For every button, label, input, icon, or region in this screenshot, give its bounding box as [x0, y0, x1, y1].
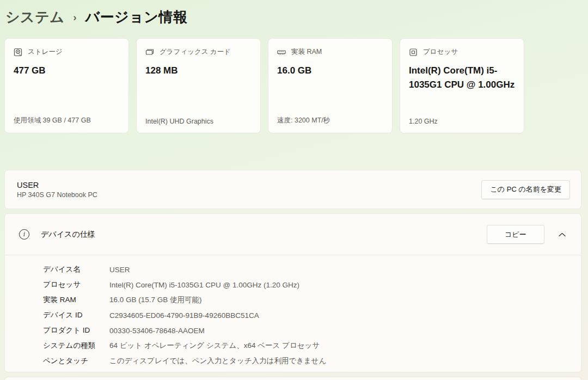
device-model: HP 340S G7 Notebook PC [17, 191, 97, 199]
chevron-right-icon: › [73, 12, 76, 23]
rename-pc-button[interactable]: この PC の名前を変更 [481, 180, 570, 199]
breadcrumb-system[interactable]: システム [5, 8, 64, 27]
graphics-card: グラフィックス カード 128 MB Intel(R) UHD Graphics [136, 38, 261, 133]
device-name-banner: USER HP 340S G7 Notebook PC この PC の名前を変更 [4, 170, 581, 209]
ram-card-value: 16.0 GB [277, 64, 383, 78]
device-specs-header[interactable]: i デバイスの仕様 コピー [5, 214, 581, 255]
spec-row-device-name: デバイス名 USER [43, 262, 570, 277]
processor-card: プロセッサ Intel(R) Core(TM) i5-1035G1 CPU @ … [400, 38, 524, 133]
graphics-card-label: グラフィックス カード [160, 47, 231, 57]
breadcrumb: システム › バージョン情報 [5, 7, 588, 27]
storage-card-footer: 使用領域 39 GB / 477 GB [14, 116, 91, 125]
page-title: バージョン情報 [85, 8, 187, 27]
device-specs-body: デバイス名 USER プロセッサ Intel(R) Core(TM) i5-10… [5, 255, 581, 369]
ram-card-footer: 速度: 3200 MT/秒 [277, 116, 330, 125]
graphics-card-value: 128 MB [145, 64, 252, 78]
ram-card: 実装 RAM 16.0 GB 速度: 3200 MT/秒 [268, 38, 393, 133]
processor-card-value: Intel(R) Core(TM) i5-1035G1 CPU @ 1.00GH… [409, 64, 515, 91]
device-name: USER [17, 181, 97, 189]
copy-button[interactable]: コピー [487, 225, 544, 244]
spec-row-device-id: デバイス ID C2934605-ED06-4790-91B9-49260BBC… [43, 308, 570, 323]
chevron-up-icon[interactable] [559, 232, 566, 237]
storage-card-value: 477 GB [14, 64, 120, 78]
storage-card-label: ストレージ [28, 47, 63, 57]
spec-row-pen-touch: ペンとタッチ このディスプレイでは、ペン入力とタッチ入力は利用できません [43, 353, 570, 369]
storage-card: ストレージ 477 GB 使用領域 39 GB / 477 GB [4, 38, 129, 133]
next-section-edge [4, 377, 581, 380]
gpu-icon [145, 48, 154, 57]
spec-row-product-id: プロダクト ID 00330-53406-78648-AAOEM [43, 323, 570, 338]
graphics-card-footer: Intel(R) UHD Graphics [145, 118, 213, 125]
ram-card-label: 実装 RAM [291, 47, 322, 57]
storage-icon [14, 48, 22, 57]
summary-cards: ストレージ 477 GB 使用領域 39 GB / 477 GB グラフィックス… [4, 38, 581, 133]
device-specs-title: デバイスの仕様 [41, 230, 95, 240]
processor-card-label: プロセッサ [423, 47, 458, 57]
spec-row-processor: プロセッサ Intel(R) Core(TM) i5-1035G1 CPU @ … [43, 277, 570, 292]
processor-card-footer: 1.20 GHz [409, 118, 438, 125]
spec-row-system-type: システムの種類 64 ビット オペレーティング システム、x64 ベース プロセ… [43, 338, 570, 353]
spec-row-ram: 実装 RAM 16.0 GB (15.7 GB 使用可能) [43, 292, 570, 308]
ram-icon [277, 48, 286, 57]
info-icon: i [19, 229, 29, 240]
device-specs-panel: i デバイスの仕様 コピー デバイス名 USER プロセッサ Intel(R) … [4, 213, 581, 372]
cpu-icon [409, 48, 418, 57]
